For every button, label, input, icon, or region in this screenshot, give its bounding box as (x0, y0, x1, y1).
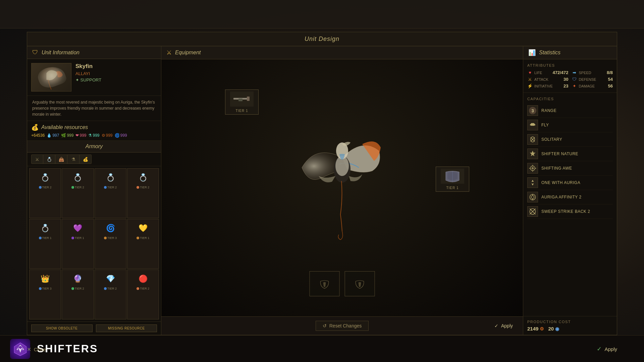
armory-item[interactable]: 🔮 TIER 2 (62, 269, 94, 319)
item-tier: TIER 1 (39, 236, 52, 240)
resource-gold: +64536 (31, 133, 45, 138)
attr-damage: ✦ DAMAGE 56 (572, 83, 613, 88)
armory-item[interactable]: 💍 TIER 2 (62, 168, 94, 218)
stats-header: 📊 Statistics (523, 46, 617, 59)
resource-food: 🌿 999 (61, 133, 73, 138)
item-tier: TIER 2 (104, 186, 117, 189)
equipment-header: ⚔ Equipment (161, 46, 523, 59)
life-value: 472/472 (553, 70, 569, 75)
damage-name: DAMAGE (579, 84, 606, 88)
prod-dust: 20 ◉ (548, 326, 559, 331)
ground-slot-1[interactable] (310, 271, 340, 296)
armory-section: Armory ⚔ 💍 👜 ⚗ 💰 💍 TIER 2 (27, 141, 161, 335)
apply-icon: ✓ (494, 323, 498, 328)
apply-button[interactable]: ✓ Apply (494, 323, 513, 328)
filter-potions[interactable]: ⚗ (67, 155, 79, 164)
armory-item[interactable]: 💜 TIER 1 (62, 219, 94, 269)
ground-slot-2[interactable] (345, 271, 375, 296)
resources-row: +64536 💧 997 🌿 999 ❤ 999 ⚗ (31, 133, 157, 138)
ground-slots (310, 271, 375, 296)
armory-item[interactable]: 💎 TIER 2 (95, 269, 126, 319)
unit-portrait (31, 63, 71, 92)
armory-header: Armory (27, 141, 161, 153)
reset-changes-button[interactable]: ↺ Reset Changes (316, 321, 369, 331)
item-img: 👑 (35, 271, 55, 286)
resource-science: ⚗ 999 (88, 133, 99, 138)
attr-speed: ➡ SPEED 8/8 (572, 70, 613, 75)
item-tier: TIER 2 (137, 186, 149, 189)
show-obsolete-btn[interactable]: SHOW OBSOLETE (31, 324, 93, 332)
life-name: LIFE (534, 71, 551, 75)
slot-primary-img (230, 92, 254, 107)
item-tier: TIER 2 (104, 287, 117, 290)
svg-point-13 (531, 196, 534, 199)
shifter-nature-icon (527, 148, 538, 159)
armory-item[interactable]: 🌀 TIER 3 (95, 219, 126, 269)
life-icon: ♥ (527, 70, 533, 75)
item-tier: TIER 2 (71, 287, 84, 290)
apply-button-container: ✓ Apply (597, 345, 617, 353)
auriga-affinity-icon (527, 192, 538, 202)
unit-info-title: Unit Information (42, 50, 79, 56)
capacity-solitary: SOLITARY (527, 132, 613, 147)
production-values: 2149 ⚙ 20 ◉ (527, 326, 613, 331)
filter-rings[interactable]: 💍 (43, 155, 55, 164)
armory-item[interactable]: 👑 TIER 3 (29, 269, 61, 319)
slot-secondary-img (441, 169, 464, 184)
armory-footer: SHOW OBSOLETE MISSING RESOURCE (27, 321, 161, 335)
armory-item[interactable]: 💍 TIER 2 (29, 168, 61, 218)
armory-item[interactable]: 💍 TIER 2 (127, 168, 159, 218)
resource-influence: ❤ 999 (75, 133, 86, 138)
item-img: 💍 (35, 221, 55, 236)
item-tier: TIER 3 (104, 236, 117, 240)
armory-item[interactable]: 💍 TIER 2 (95, 168, 126, 218)
attributes-grid: ♥ LIFE 472/472 ➡ SPEED 8/8 ⚔ ATTACK 30 (527, 70, 613, 88)
filter-gold[interactable]: 💰 (79, 155, 92, 164)
capacity-one-with-auriga-name: ONE WITH AURIGA (541, 180, 580, 185)
unit-description: Arguably the most revered and majestic b… (27, 96, 161, 121)
item-tier: TIER 1 (71, 236, 84, 240)
apply-check-icon: ✓ (597, 345, 602, 353)
item-img: 🔮 (68, 271, 88, 286)
item-img: 💍 (133, 170, 153, 185)
item-tier: TIER 1 (137, 236, 149, 240)
resources-title: Available resources (41, 124, 88, 130)
svg-rect-6 (238, 99, 243, 101)
equipment-icon: ⚔ (166, 49, 172, 56)
unit-info-text: Skyfin ALLAYI ✦ SUPPORT (75, 63, 157, 92)
item-img: 💍 (100, 170, 120, 185)
armory-item[interactable]: 💍 TIER 1 (29, 219, 61, 269)
capacity-sweep-strike: SWEEP STRIKE BACK 2 (527, 204, 613, 219)
armory-item[interactable]: 🔴 TIER 2 (127, 269, 159, 319)
item-img: 💛 (133, 221, 153, 236)
resources-section: 💰 Available resources +64536 💧 997 🌿 999 (27, 121, 161, 141)
capacity-shifter-nature-name: SHIFTER NATURE (541, 152, 578, 156)
equipment-slot-primary[interactable]: TIER 1 (225, 89, 259, 115)
item-tier: TIER 2 (137, 287, 149, 290)
stats-icon: 📊 (528, 49, 536, 56)
equipment-slot-secondary[interactable]: TIER 1 (436, 167, 469, 192)
production-label: PRODUCTION COST (527, 320, 613, 324)
item-tier: TIER 2 (71, 186, 84, 189)
attack-value: 30 (564, 77, 568, 82)
dust-cost-icon: ◉ (555, 326, 559, 331)
top-bar (0, 0, 644, 28)
close-button[interactable]: Close (34, 347, 46, 352)
item-img: 💎 (100, 271, 120, 286)
missing-resource-btn[interactable]: MISSING RESOURCE (96, 324, 157, 332)
attr-life: ♥ LIFE 472/472 (527, 70, 569, 75)
capacity-fly: FLY (527, 118, 613, 132)
svg-point-11 (532, 167, 534, 170)
armory-item[interactable]: 💛 TIER 1 (127, 219, 159, 269)
item-img: 🌀 (100, 221, 120, 236)
main-window: Unit Design 🛡 Unit Information (27, 32, 617, 335)
unit-info-header: 🛡 Unit Information (27, 46, 161, 59)
item-img: 💍 (35, 170, 55, 185)
armory-filters: ⚔ 💍 👜 ⚗ 💰 (27, 153, 161, 166)
filter-weapons[interactable]: ⚔ (31, 155, 43, 164)
center-panel: ⚔ Equipment (161, 46, 523, 335)
initiative-icon: ⚡ (527, 83, 533, 88)
filter-bags[interactable]: 👜 (55, 155, 67, 164)
apply-bottom-button[interactable]: Apply (604, 346, 617, 352)
attributes-label: ATTRIBUTES (527, 63, 613, 67)
